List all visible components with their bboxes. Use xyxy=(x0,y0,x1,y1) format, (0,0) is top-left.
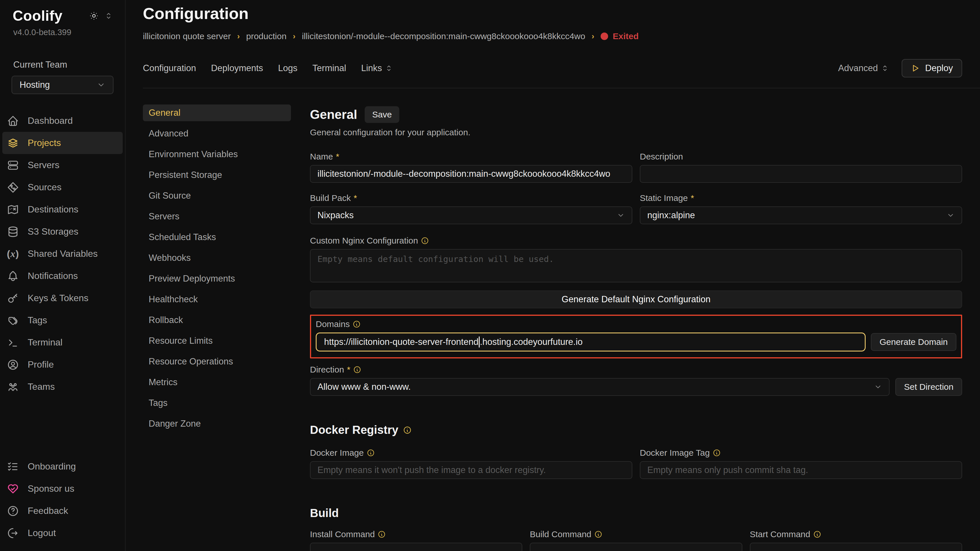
sidebar-item-projects[interactable]: Projects xyxy=(2,132,123,154)
sidebar-item-label: Profile xyxy=(28,359,54,370)
theme-toggle-sun-icon[interactable] xyxy=(89,11,99,21)
info-icon xyxy=(403,426,412,434)
sidebar-item-sponsor-us[interactable]: Sponsor us xyxy=(2,478,123,500)
sidebar-item-label: S3 Storages xyxy=(28,226,78,237)
build-command-input[interactable] xyxy=(530,543,742,551)
key-icon xyxy=(7,292,19,304)
custom-nginx-textarea[interactable] xyxy=(310,249,962,283)
sidebar-item-label: Projects xyxy=(28,138,61,148)
config-nav-git-source[interactable]: Git Source xyxy=(143,187,291,204)
config-nav-resource-limits[interactable]: Resource Limits xyxy=(143,332,291,349)
domains-input[interactable]: https://illicitonion-quote-server-fronte… xyxy=(316,332,865,351)
page-title: Configuration xyxy=(143,4,980,23)
server-icon xyxy=(7,159,19,171)
breadcrumb-project[interactable]: illicitonion quote server xyxy=(143,32,231,41)
general-heading: General xyxy=(310,107,357,122)
home-icon xyxy=(7,115,19,127)
config-nav-preview-deployments[interactable]: Preview Deployments xyxy=(143,270,291,287)
config-nav-environment-variables[interactable]: Environment Variables xyxy=(143,146,291,163)
app-logo: Coolify xyxy=(13,8,62,24)
docker-image-tag-label: Docker Image Tag xyxy=(640,448,710,458)
sidebar-item-logout[interactable]: Logout xyxy=(2,522,123,544)
start-command-input[interactable] xyxy=(750,543,962,551)
config-nav-tags[interactable]: Tags xyxy=(143,395,291,411)
sidebar-item-onboarding[interactable]: Onboarding xyxy=(2,456,123,478)
install-command-input[interactable] xyxy=(310,543,522,551)
generate-domain-button[interactable]: Generate Domain xyxy=(871,333,956,351)
sidebar-item-label: Logout xyxy=(28,528,56,538)
description-input[interactable] xyxy=(640,165,962,183)
breadcrumb-environment[interactable]: production xyxy=(246,32,286,41)
sidebar-item-label: Dashboard xyxy=(28,116,73,126)
app-version: v4.0.0-beta.399 xyxy=(0,24,125,37)
sidebar-item-label: Servers xyxy=(28,160,59,170)
docker-image-tag-input[interactable] xyxy=(640,461,962,479)
build-pack-label: Build Pack xyxy=(310,193,351,203)
sidebar-item-label: Keys & Tokens xyxy=(28,293,88,303)
team-select[interactable]: Hosting xyxy=(11,76,113,94)
selector-icon xyxy=(881,64,889,72)
build-pack-select[interactable]: Nixpacks xyxy=(310,206,632,224)
tab-links[interactable]: Links xyxy=(361,63,393,73)
advanced-label: Advanced xyxy=(838,63,878,73)
static-image-value: nginx:alpine xyxy=(647,210,695,221)
docker-image-input[interactable] xyxy=(310,461,632,479)
sidebar-item-terminal[interactable]: Terminal xyxy=(2,331,123,354)
config-nav-danger-zone[interactable]: Danger Zone xyxy=(143,415,291,432)
sidebar-item-profile[interactable]: Profile xyxy=(2,354,123,376)
sidebar-item-servers[interactable]: Servers xyxy=(2,154,123,176)
sidebar-item-tags[interactable]: Tags xyxy=(2,309,123,331)
config-nav-healthcheck[interactable]: Healthcheck xyxy=(143,291,291,308)
current-team-label: Current Team xyxy=(0,60,125,70)
git-icon xyxy=(7,181,19,194)
generate-nginx-button[interactable]: Generate Default Nginx Configuration xyxy=(310,291,962,308)
sidebar-item-notifications[interactable]: Notifications xyxy=(2,265,123,287)
main-area: Configuration illicitonion quote server … xyxy=(126,0,980,551)
config-nav-webhooks[interactable]: Webhooks xyxy=(143,249,291,266)
config-nav-metrics[interactable]: Metrics xyxy=(143,374,291,391)
config-nav-rollback[interactable]: Rollback xyxy=(143,312,291,329)
configuration-content: General Advanced Environment Variables P… xyxy=(143,88,980,551)
set-direction-button[interactable]: Set Direction xyxy=(895,378,962,396)
config-nav-servers[interactable]: Servers xyxy=(143,208,291,225)
config-nav-resource-operations[interactable]: Resource Operations xyxy=(143,353,291,370)
sidebar-item-label: Sources xyxy=(28,182,61,192)
sidebar-item-keys-tokens[interactable]: Keys & Tokens xyxy=(2,287,123,309)
general-form: General Save General configuration for y… xyxy=(291,105,980,551)
sidebar-item-feedback[interactable]: Feedback xyxy=(2,500,123,522)
config-nav-persistent-storage[interactable]: Persistent Storage xyxy=(143,167,291,183)
sidebar-item-destinations[interactable]: Destinations xyxy=(2,198,123,221)
tab-configuration[interactable]: Configuration xyxy=(143,63,196,73)
sidebar-item-sources[interactable]: Sources xyxy=(2,176,123,198)
sidebar-item-s3-storages[interactable]: S3 Storages xyxy=(2,221,123,243)
direction-select[interactable]: Allow www & non-www. xyxy=(310,378,889,396)
sidebar-item-dashboard[interactable]: Dashboard xyxy=(2,110,123,132)
play-icon xyxy=(911,64,920,73)
status-text: Exited xyxy=(613,32,639,41)
sidebar-collapse-selector-icon[interactable] xyxy=(104,11,113,20)
sidebar-item-shared-variables[interactable]: (x) Shared Variables xyxy=(2,243,123,265)
tab-terminal[interactable]: Terminal xyxy=(313,63,346,73)
static-image-select[interactable]: nginx:alpine xyxy=(640,206,962,224)
deploy-button[interactable]: Deploy xyxy=(902,59,963,78)
config-nav-general[interactable]: General xyxy=(143,105,291,121)
config-nav-scheduled-tasks[interactable]: Scheduled Tasks xyxy=(143,229,291,246)
name-input[interactable] xyxy=(310,165,632,183)
start-command-label: Start Command xyxy=(750,529,810,539)
config-nav-advanced[interactable]: Advanced xyxy=(143,125,291,142)
tabs-right: Advanced Deploy xyxy=(838,59,962,78)
tab-logs[interactable]: Logs xyxy=(278,63,297,73)
sidebar: Coolify v4.0.0-beta.399 Current Team Hos… xyxy=(0,0,126,551)
save-button[interactable]: Save xyxy=(365,106,399,123)
docker-image-label: Docker Image xyxy=(310,448,364,458)
domains-value-after-cursor: .hosting.codeyourfuture.io xyxy=(480,337,583,347)
tabs-row: Configuration Deployments Logs Terminal … xyxy=(143,59,980,78)
sidebar-item-teams[interactable]: Teams xyxy=(2,376,123,398)
sidebar-item-label: Feedback xyxy=(28,505,68,516)
advanced-dropdown[interactable]: Advanced xyxy=(838,63,889,73)
breadcrumb-application[interactable]: illicitestonion/-module--decomposition:m… xyxy=(302,32,585,41)
description-label: Description xyxy=(640,152,683,162)
user-circle-icon xyxy=(7,359,19,371)
tab-deployments[interactable]: Deployments xyxy=(211,63,263,73)
variable-icon: (x) xyxy=(7,248,19,260)
